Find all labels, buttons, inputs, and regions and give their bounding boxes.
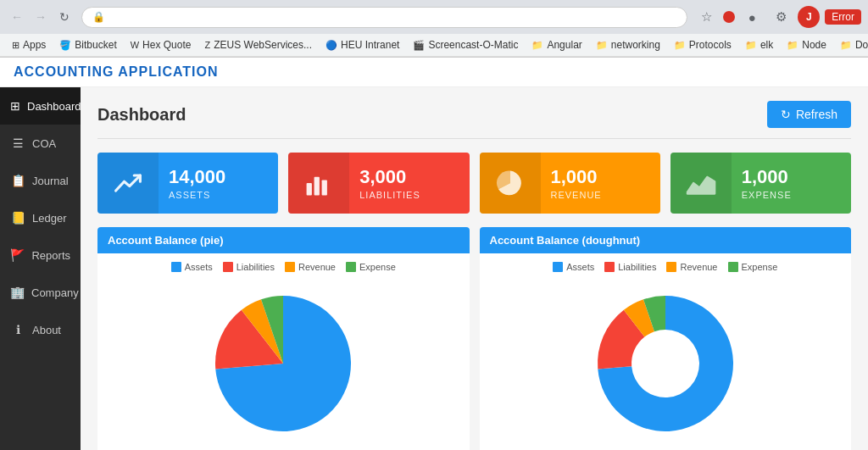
bookmarks-bar: ⊞Apps🪣BitbucketWHex QuoteZZEUS WebServic… bbox=[0, 34, 868, 57]
stat-card-assets: 14,000 ASSETS bbox=[97, 153, 278, 214]
sidebar-label-0: Dashboard bbox=[27, 100, 81, 113]
legend-dot-0-0 bbox=[171, 262, 181, 272]
legend-label-0-0: Assets bbox=[185, 262, 213, 272]
legend-label-0-2: Revenue bbox=[298, 262, 336, 272]
sidebar-item-dashboard[interactable]: ⊞Dashboard bbox=[0, 87, 81, 125]
stat-card-info-2: 1,000 REVENUE bbox=[541, 159, 660, 207]
legend-label-1-3: Expense bbox=[742, 262, 778, 272]
bookmark-item-2[interactable]: WHex Quote bbox=[125, 37, 197, 53]
stat-cards: 14,000 ASSETS 3,000 LIABILITIES 1,000 RE… bbox=[97, 153, 851, 214]
bookmark-icon-6: 📁 bbox=[531, 40, 543, 51]
sidebar-item-company[interactable]: 🏢Company bbox=[0, 274, 81, 311]
app-header: ACCOUNTING APPLICATION bbox=[0, 58, 868, 87]
legend-item-0-1: Liabilities bbox=[223, 262, 275, 272]
header-divider bbox=[97, 138, 851, 139]
stat-card-info-3: 1,000 EXPENSE bbox=[732, 159, 851, 207]
back-button[interactable]: ← bbox=[7, 7, 27, 27]
bookmark-item-11[interactable]: 📁Docker bbox=[835, 37, 868, 53]
legend-dot-1-1 bbox=[604, 262, 615, 272]
stat-card-icon-1 bbox=[288, 153, 349, 214]
forward-button[interactable]: → bbox=[31, 7, 51, 27]
bookmark-label-0: Apps bbox=[23, 39, 46, 51]
bookmark-label-8: Protocols bbox=[689, 39, 732, 51]
sidebar-item-ledger[interactable]: 📒Ledger bbox=[0, 199, 81, 236]
stat-card-label-1: LIABILITIES bbox=[359, 190, 459, 200]
bookmark-icon-2: W bbox=[131, 40, 139, 50]
bookmark-item-10[interactable]: 📁Node bbox=[782, 37, 832, 53]
legend-dot-1-0 bbox=[553, 262, 563, 272]
bookmark-item-5[interactable]: 🎬Screencast-O-Matic bbox=[408, 37, 523, 53]
legend-item-1-1: Liabilities bbox=[604, 262, 656, 272]
sidebar-label-6: About bbox=[32, 324, 61, 336]
stat-card-liabilities: 3,000 LIABILITIES bbox=[288, 153, 469, 214]
bookmark-icon-9: 📁 bbox=[745, 40, 757, 51]
main-content: Dashboard ↻ Refresh 14,000 ASSETS 3,000 … bbox=[81, 87, 868, 450]
legend-label-1-1: Liabilities bbox=[618, 262, 656, 272]
bookmark-item-8[interactable]: 📁Protocols bbox=[669, 37, 737, 53]
dashboard-title: Dashboard bbox=[97, 105, 186, 125]
legend-label-1-0: Assets bbox=[566, 262, 594, 272]
sidebar-item-journal[interactable]: 📋Journal bbox=[0, 162, 81, 199]
bookmark-item-1[interactable]: 🪣Bitbucket bbox=[54, 37, 121, 53]
chart-area-1 bbox=[488, 279, 843, 448]
address-bar[interactable]: 🔒 localhost:5000/dashboard bbox=[81, 7, 687, 28]
extension-icon-red[interactable] bbox=[723, 11, 735, 23]
bookmark-icon-5: 🎬 bbox=[413, 40, 425, 51]
bookmark-item-6[interactable]: 📁Angular bbox=[526, 37, 587, 53]
refresh-button[interactable]: ↻ Refresh bbox=[767, 101, 851, 128]
legend-label-1-2: Revenue bbox=[680, 262, 717, 272]
bookmark-item-0[interactable]: ⊞Apps bbox=[7, 37, 51, 53]
chart-area-0 bbox=[106, 279, 461, 448]
sidebar-item-about[interactable]: ℹAbout bbox=[0, 311, 81, 348]
stat-card-label-3: EXPENSE bbox=[742, 190, 841, 200]
legend-item-0-0: Assets bbox=[171, 262, 213, 272]
sidebar-icon-4: 🚩 bbox=[10, 248, 25, 262]
bookmark-item-9[interactable]: 📁elk bbox=[740, 37, 778, 53]
bookmark-item-7[interactable]: 📁networking bbox=[591, 37, 665, 53]
legend-label-0-1: Liabilities bbox=[236, 262, 275, 272]
stat-card-icon-2 bbox=[480, 153, 541, 214]
legend-item-1-2: Revenue bbox=[666, 262, 717, 272]
bookmark-icon-7: 📁 bbox=[596, 40, 608, 51]
chart-body-0: Assets Liabilities Revenue Expense bbox=[97, 253, 470, 450]
legend-item-1-0: Assets bbox=[553, 262, 594, 272]
url-input[interactable]: localhost:5000/dashboard bbox=[110, 11, 676, 24]
stat-card-icon-3 bbox=[670, 153, 732, 214]
extensions-button[interactable]: ● bbox=[740, 5, 764, 29]
sidebar-icon-3: 📒 bbox=[10, 211, 25, 225]
bookmark-item-4[interactable]: 🔵HEU Intranet bbox=[320, 37, 404, 53]
star-button[interactable]: ☆ bbox=[694, 5, 718, 29]
sidebar-item-reports[interactable]: 🚩Reports bbox=[0, 236, 81, 274]
bookmark-label-3: ZEUS WebServices... bbox=[214, 39, 312, 51]
chart-svg-1 bbox=[589, 287, 742, 440]
bookmark-label-7: networking bbox=[611, 39, 660, 51]
chart-body-1: Assets Liabilities Revenue Expense bbox=[480, 253, 852, 450]
app-title: ACCOUNTING APPLICATION bbox=[14, 64, 219, 79]
bookmark-item-3[interactable]: ZZEUS WebServices... bbox=[199, 37, 317, 53]
stat-card-expense: 1,000 EXPENSE bbox=[670, 153, 851, 214]
stat-card-label-0: ASSETS bbox=[169, 190, 268, 200]
chart-container-0: Account Balance (pie) Assets Liabilities… bbox=[97, 227, 470, 450]
stat-card-value-0: 14,000 bbox=[169, 166, 268, 188]
sidebar-label-2: Journal bbox=[32, 175, 69, 187]
sidebar-item-coa[interactable]: ☰COA bbox=[0, 125, 81, 162]
sidebar-icon-0: ⊞ bbox=[10, 99, 20, 113]
bookmark-label-2: Hex Quote bbox=[142, 39, 191, 51]
legend-dot-1-2 bbox=[666, 262, 676, 272]
sidebar-label-1: COA bbox=[32, 137, 56, 150]
profile-button[interactable]: J bbox=[798, 6, 820, 28]
sidebar-icon-6: ℹ bbox=[10, 323, 25, 336]
reload-button[interactable]: ↻ bbox=[54, 7, 75, 27]
bookmark-label-4: HEU Intranet bbox=[341, 39, 399, 51]
sidebar: ⊞Dashboard☰COA📋Journal📒Ledger🚩Reports🏢Co… bbox=[0, 87, 81, 450]
sidebar-icon-5: 🏢 bbox=[10, 286, 25, 299]
sidebar-label-3: Ledger bbox=[32, 212, 66, 225]
settings-button[interactable]: ⚙ bbox=[769, 5, 793, 29]
bookmark-icon-1: 🪣 bbox=[59, 40, 71, 51]
svg-rect-1 bbox=[314, 177, 320, 196]
svg-rect-2 bbox=[322, 180, 327, 195]
bookmark-label-11: Docker bbox=[855, 39, 868, 51]
bookmark-label-6: Angular bbox=[547, 39, 581, 51]
bookmark-icon-8: 📁 bbox=[674, 40, 686, 51]
error-button[interactable]: Error bbox=[825, 9, 861, 25]
